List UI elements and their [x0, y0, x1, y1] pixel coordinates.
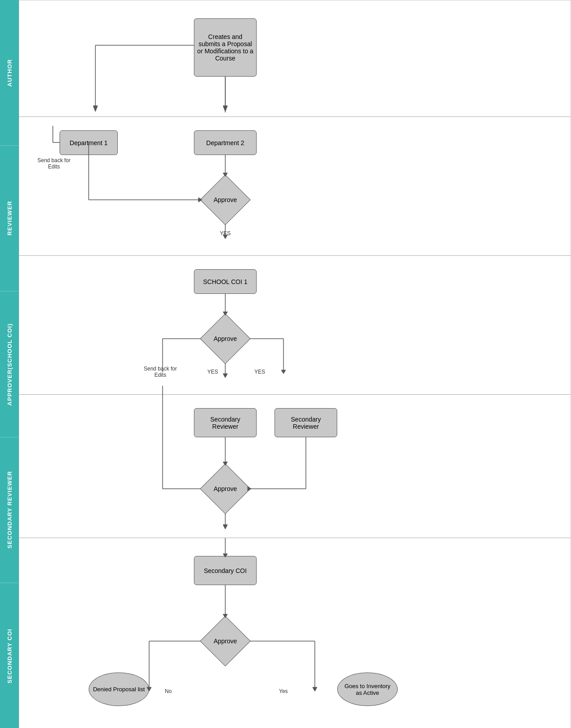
lane-author: Creates and submits a Proposal or Modifi… — [19, 0, 571, 117]
svg-marker-40 — [313, 687, 317, 691]
svg-marker-1 — [223, 106, 228, 112]
yes4-label: Yes — [279, 688, 288, 694]
lane-label-secondary-coi: SECONDARY COI — [0, 583, 19, 728]
yes3-label: YES — [254, 369, 265, 375]
svg-marker-21 — [281, 370, 286, 374]
approver-approve-diamond: Approve — [201, 314, 250, 363]
secondary-reviewer-approve-diamond: Approve — [201, 464, 250, 513]
reviewer-approve-diamond: Approve — [201, 175, 250, 224]
dept2-box: Department 2 — [194, 130, 257, 155]
svg-marker-23 — [223, 374, 228, 378]
secondary-coi-box: Secondary COI — [194, 556, 257, 585]
denied-oval: Denied Proposal list — [89, 672, 149, 706]
lane-label-author: AUTHOR — [0, 0, 19, 146]
author-start-box: Creates and submits a Proposal or Modifi… — [194, 18, 257, 77]
dept1-box: Department 1 — [60, 130, 118, 155]
lane-label-secondary-reviewer: SECONDARY REVIEWER — [0, 437, 19, 583]
send-back-1-label: Send back for Edits — [35, 157, 73, 170]
send-back-2-label: Send back for Edits — [138, 366, 183, 378]
lane-label-approver: APPROVER(SCHOOL COI) — [0, 292, 19, 437]
lane-secondary-reviewer: Secondary Reviewer Secondary Reviewer Ap… — [19, 395, 571, 538]
school-coi1-box: SCHOOL COI 1 — [194, 269, 257, 294]
author-arrows — [19, 0, 571, 116]
active-oval: Goes to Inventory as Active — [337, 672, 398, 706]
lane-approver: SCHOOL COI 1 Approve Send back for Edits… — [19, 256, 571, 395]
lane-secondary-coi: Secondary COI Approve Denied Proposal li… — [19, 538, 571, 728]
yes2-label: YES — [207, 369, 218, 375]
no-label: No — [165, 688, 172, 694]
svg-marker-4 — [93, 106, 98, 112]
yes1-label: YES — [220, 230, 231, 237]
secondary-coi-approve-diamond: Approve — [201, 616, 250, 666]
svg-marker-32 — [223, 525, 228, 529]
left-bar: AUTHOR REVIEWER APPROVER(SCHOOL COI) SEC… — [0, 0, 19, 728]
lane-label-reviewer: REVIEWER — [0, 146, 19, 291]
approver-arrows — [19, 256, 571, 394]
main-content: Creates and submits a Proposal or Modifi… — [19, 0, 571, 728]
secondary-reviewer-2-box: Secondary Reviewer — [275, 408, 337, 437]
secondary-reviewer-1-box: Secondary Reviewer — [194, 408, 257, 437]
lane-reviewer: Department 1 Department 2 Approve Send b… — [19, 117, 571, 256]
